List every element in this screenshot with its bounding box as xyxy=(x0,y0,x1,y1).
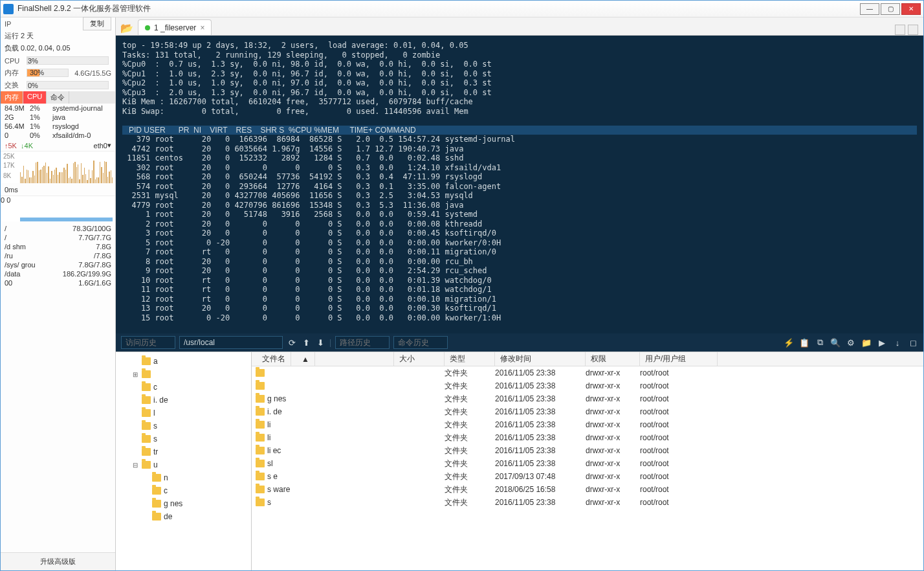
file-row[interactable]: i. de文件夹2016/11/05 23:38drwxr-xr-xroot/r… xyxy=(252,405,923,418)
tree-item[interactable]: tr xyxy=(116,445,251,458)
sidebar: IP 复制 运行 2 天 负载 0.02, 0.04, 0.05 CPU 3% … xyxy=(1,17,116,570)
folder-tree[interactable]: a⊞ci. delsstr⊟uncg nes de xyxy=(116,352,252,570)
file-row[interactable]: li文件夹2016/11/05 23:38drwxr-xr-xroot/root xyxy=(252,418,923,431)
file-list: 文件名▲ 大小 类型 修改时间 权限 用户/用户组 文件夹2016/11/05 … xyxy=(252,352,923,570)
tree-item[interactable]: ⊞ xyxy=(116,368,251,381)
cmd-history-input[interactable] xyxy=(393,336,448,349)
iface-dropdown-icon[interactable]: ▾ xyxy=(107,141,111,150)
expand-icon[interactable]: ⊟ xyxy=(131,462,139,469)
disk-row: /sys/ grou7.8G/7.8G xyxy=(1,260,115,269)
file-row[interactable]: li ec文件夹2016/11/05 23:38drwxr-xr-xroot/r… xyxy=(252,444,923,457)
visit-history-input[interactable] xyxy=(121,336,175,349)
file-row[interactable]: 文件夹2016/11/05 23:38drwxr-xr-xroot/root xyxy=(252,379,923,392)
mem-bar: 30% xyxy=(27,69,69,77)
file-row[interactable]: s ware文件夹2018/06/25 16:58drwxr-xr-xroot/… xyxy=(252,483,923,496)
copy-ip-button[interactable]: 复制 xyxy=(83,17,111,30)
terminal-output[interactable]: top - 19:58:49 up 2 days, 18:32, 2 users… xyxy=(116,36,923,333)
tree-item[interactable]: g nes xyxy=(116,497,251,510)
disk-row: /d shm7.8G xyxy=(1,242,115,251)
folder-icon xyxy=(142,357,151,365)
folder-icon xyxy=(256,369,265,377)
file-row[interactable]: li文件夹2016/11/05 23:38drwxr-xr-xroot/root xyxy=(252,431,923,444)
net-iface[interactable]: eth0 xyxy=(94,142,107,150)
cpu-label: CPU xyxy=(5,57,24,65)
file-row[interactable]: g nes文件夹2016/11/05 23:38drwxr-xr-xroot/r… xyxy=(252,392,923,405)
col-type[interactable]: 类型 xyxy=(445,352,495,366)
tree-item[interactable]: i. de xyxy=(116,394,251,407)
proc-col-mem[interactable]: 内存 xyxy=(1,91,23,104)
process-row[interactable]: 84.9M2%systemd-journal xyxy=(1,104,115,113)
mem-label: 内存 xyxy=(5,68,24,78)
folder-icon xyxy=(256,382,265,390)
file-row[interactable]: 文件夹2016/11/05 23:38drwxr-xr-xroot/root xyxy=(252,366,923,379)
mem-val: 4.6G/15.5G xyxy=(71,69,112,77)
minimize-button[interactable]: — xyxy=(860,3,879,15)
gear-icon[interactable]: ⚙ xyxy=(846,337,856,348)
refresh-icon[interactable]: ⟳ xyxy=(287,337,297,348)
process-row[interactable]: 2G1%java xyxy=(1,113,115,122)
path-input[interactable] xyxy=(179,336,283,349)
tree-item[interactable]: n xyxy=(116,471,251,484)
folder-icon xyxy=(256,473,265,480)
new-folder-icon[interactable]: 📁 xyxy=(861,337,872,348)
folder-icon xyxy=(152,487,161,495)
col-size[interactable]: 大小 xyxy=(394,352,445,366)
disk-row: /data186.2G/199.9G xyxy=(1,269,115,278)
folder-icon xyxy=(142,370,151,378)
copy-icon[interactable]: ⧉ xyxy=(815,337,825,348)
folder-icon xyxy=(142,383,151,391)
proc-col-cmd[interactable]: 命令 xyxy=(47,91,69,104)
folder-icon xyxy=(142,422,151,430)
play-icon[interactable]: ▶ xyxy=(877,337,887,348)
tree-item[interactable]: s xyxy=(116,420,251,432)
folder-icon xyxy=(142,409,151,417)
cpu-bar xyxy=(27,56,109,65)
tab-bar: 📂 1 _fileserver × xyxy=(116,17,923,36)
latency-chart: 0 0 xyxy=(1,196,115,221)
maximize-button[interactable]: ▢ xyxy=(881,3,900,15)
tree-item[interactable]: a xyxy=(116,355,251,368)
proc-col-cpu[interactable]: CPU xyxy=(23,91,47,104)
latency-label: 0ms xyxy=(5,186,18,194)
load-text: 负载 0.02, 0.04, 0.05 xyxy=(5,43,71,53)
col-name[interactable]: 文件名▲ xyxy=(252,352,394,366)
expand-icon[interactable]: ⊞ xyxy=(131,371,139,378)
upgrade-button[interactable]: 升级高级版 xyxy=(1,552,115,570)
download-icon[interactable]: ⬇ xyxy=(315,337,325,348)
net-chart: 25K 17K 8K xyxy=(1,151,115,183)
tree-item[interactable]: s xyxy=(116,432,251,445)
tree-item[interactable]: c xyxy=(116,484,251,497)
connection-status-icon xyxy=(145,25,150,30)
process-header: 内存 CPU 命令 xyxy=(1,91,115,104)
col-mtime[interactable]: 修改时间 xyxy=(495,352,586,366)
sort-asc-icon: ▲ xyxy=(296,352,315,366)
sort-down-icon[interactable]: ↓ xyxy=(892,337,903,348)
disk-row: /ru/7.8G xyxy=(1,251,115,260)
tab-close-icon[interactable]: × xyxy=(200,23,204,32)
tree-item[interactable]: ⊟u xyxy=(116,458,251,471)
tree-item[interactable]: c xyxy=(116,381,251,394)
tree-item[interactable]: de xyxy=(116,510,251,523)
view-grid-icon[interactable] xyxy=(895,25,905,35)
process-row[interactable]: 56.4M1%rsyslogd xyxy=(1,122,115,131)
col-user[interactable]: 用户/用户组 xyxy=(640,352,718,366)
file-row[interactable]: sl文件夹2016/11/05 23:38drwxr-xr-xroot/root xyxy=(252,457,923,470)
app-icon xyxy=(3,4,14,14)
folder-icon xyxy=(256,434,265,442)
col-perm[interactable]: 权限 xyxy=(586,352,640,366)
path-history-input[interactable] xyxy=(335,336,390,349)
bolt-icon[interactable]: ⚡ xyxy=(784,337,794,348)
folder-icon xyxy=(256,395,265,403)
file-row[interactable]: s文件夹2016/11/05 23:38drwxr-xr-xroot/root xyxy=(252,496,923,509)
close-button[interactable]: ✕ xyxy=(901,3,921,15)
search-icon[interactable]: 🔍 xyxy=(830,337,841,348)
upload-icon[interactable]: ⬆ xyxy=(301,337,311,348)
clipboard-icon[interactable]: 📋 xyxy=(799,337,809,348)
tree-item[interactable]: l xyxy=(116,407,251,420)
stop-icon[interactable]: ◻ xyxy=(908,337,918,348)
open-folder-icon[interactable]: 📂 xyxy=(120,21,134,35)
process-row[interactable]: 00%xfsaild/dm-0 xyxy=(1,131,115,140)
tab-fileserver[interactable]: 1 _fileserver × xyxy=(138,19,212,35)
view-list-icon[interactable] xyxy=(908,25,918,35)
file-row[interactable]: s e文件夹2017/09/13 07:48drwxr-xr-xroot/roo… xyxy=(252,470,923,483)
